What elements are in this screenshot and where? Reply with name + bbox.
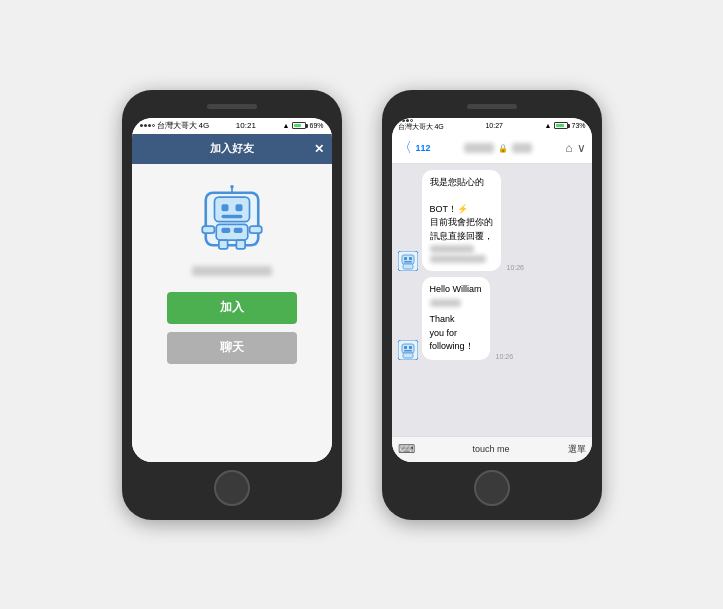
status-right: ▲ 69% bbox=[283, 122, 324, 129]
add-friend-body: 加入 聊天 bbox=[132, 164, 332, 462]
battery-fill-2 bbox=[556, 124, 563, 127]
status-right-2: ▲ 73% bbox=[545, 122, 586, 129]
robot-icon bbox=[197, 184, 267, 254]
battery-pct-2: 73% bbox=[571, 122, 585, 129]
chat-message-2: Hello William Thankyou forfollowing！ 10:… bbox=[398, 277, 586, 360]
svg-rect-25 bbox=[403, 353, 413, 358]
bot-name-blurred bbox=[192, 266, 272, 276]
battery-icon-2 bbox=[554, 122, 568, 129]
header-title: 加入好友 bbox=[210, 141, 254, 156]
home-button[interactable] bbox=[214, 470, 250, 506]
bot-avatar-2 bbox=[398, 340, 418, 360]
chat-input-bar: ⌨ touch me 選單 bbox=[392, 436, 592, 462]
input-placeholder[interactable]: touch me bbox=[419, 444, 564, 454]
status-bar-2: 台灣大哥大 4G 10:27 ▲ 73% bbox=[392, 118, 592, 134]
bubble-1-text: 我是您貼心的BOT！⚡目前我會把你的訊息直接回覆， bbox=[430, 176, 493, 244]
nav-avatar-blur bbox=[464, 143, 494, 153]
blur-line-2 bbox=[430, 255, 487, 263]
svg-rect-18 bbox=[404, 261, 412, 263]
svg-rect-17 bbox=[409, 257, 412, 260]
svg-rect-9 bbox=[233, 227, 242, 232]
battery-icon bbox=[292, 122, 306, 129]
battery-pct: 69% bbox=[309, 122, 323, 129]
svg-rect-24 bbox=[404, 350, 412, 352]
network-type: 4G bbox=[199, 121, 210, 130]
carrier-name-2: 台灣大哥大 bbox=[398, 123, 433, 130]
dot2 bbox=[402, 119, 405, 122]
svg-rect-7 bbox=[216, 224, 248, 240]
home-button-2[interactable] bbox=[474, 470, 510, 506]
chat-button-label: 聊天 bbox=[220, 339, 244, 356]
add-button[interactable]: 加入 bbox=[167, 292, 297, 324]
battery-fill bbox=[294, 124, 301, 127]
svg-rect-15 bbox=[402, 255, 414, 264]
svg-rect-11 bbox=[236, 240, 245, 249]
dot3 bbox=[406, 119, 409, 122]
status-bar-1: 台灣大哥大 4G 10:21 ▲ 69% bbox=[132, 118, 332, 134]
svg-rect-12 bbox=[202, 226, 214, 233]
nav-number: 112 bbox=[416, 143, 431, 153]
signal-arrow: ▲ bbox=[283, 122, 290, 129]
chat-button[interactable]: 聊天 bbox=[167, 332, 297, 364]
menu-button[interactable]: 選單 bbox=[568, 443, 586, 456]
blur-inline bbox=[430, 299, 461, 307]
carrier-info-2: 台灣大哥大 4G bbox=[398, 119, 444, 132]
chat-message-1: 我是您貼心的BOT！⚡目前我會把你的訊息直接回覆， 10:26 bbox=[398, 170, 586, 272]
signal-dots bbox=[140, 124, 155, 127]
phone-1: 台灣大哥大 4G 10:21 ▲ 69% 加入好友 ✕ bbox=[122, 90, 342, 520]
svg-rect-23 bbox=[409, 346, 412, 349]
dot2 bbox=[144, 124, 147, 127]
bot-avatar-1 bbox=[398, 251, 418, 271]
svg-rect-8 bbox=[221, 227, 230, 232]
nav-center: 🔒 bbox=[435, 143, 562, 153]
svg-rect-22 bbox=[404, 346, 407, 349]
add-button-label: 加入 bbox=[220, 299, 244, 316]
home-icon[interactable]: ⌂ bbox=[565, 141, 572, 155]
dot4 bbox=[152, 124, 155, 127]
svg-rect-13 bbox=[249, 226, 261, 233]
nav-right-icons: ⌂ ∨ bbox=[565, 141, 585, 155]
bubble-2-time: 10:26 bbox=[496, 353, 514, 360]
svg-rect-21 bbox=[402, 344, 414, 353]
wifi-icon: ▲ bbox=[545, 122, 552, 129]
chat-body: 我是您貼心的BOT！⚡目前我會把你的訊息直接回覆， 10:26 bbox=[392, 164, 592, 436]
back-button[interactable]: 〈 bbox=[398, 139, 412, 157]
svg-rect-2 bbox=[221, 204, 228, 211]
phone-1-screen: 台灣大哥大 4G 10:21 ▲ 69% 加入好友 ✕ bbox=[132, 118, 332, 462]
dot1 bbox=[140, 124, 143, 127]
svg-rect-3 bbox=[235, 204, 242, 211]
bubble-2-text: Hello William Thankyou forfollowing！ bbox=[430, 283, 482, 354]
chat-nav: 〈 112 🔒 ⌂ ∨ bbox=[392, 134, 592, 164]
bubble-2: Hello William Thankyou forfollowing！ bbox=[422, 277, 490, 360]
time-display: 10:21 bbox=[236, 121, 256, 130]
svg-rect-16 bbox=[404, 257, 407, 260]
dot1 bbox=[398, 119, 401, 122]
carrier-info: 台灣大哥大 4G bbox=[140, 120, 210, 131]
signal-dots-2 bbox=[398, 119, 444, 122]
bubble-1: 我是您貼心的BOT！⚡目前我會把你的訊息直接回覆， bbox=[422, 170, 501, 272]
dot3 bbox=[148, 124, 151, 127]
svg-rect-4 bbox=[221, 214, 242, 218]
nav-header: 加入好友 ✕ bbox=[132, 134, 332, 164]
blur-line-1 bbox=[430, 245, 474, 253]
svg-point-6 bbox=[230, 184, 234, 188]
time-display-2: 10:27 bbox=[485, 122, 503, 129]
bubble-1-time: 10:26 bbox=[507, 264, 525, 271]
lock-icon: 🔒 bbox=[498, 144, 508, 153]
chevron-down-icon[interactable]: ∨ bbox=[577, 141, 586, 155]
phone-2: 台灣大哥大 4G 10:27 ▲ 73% 〈 112 🔒 ⌂ bbox=[382, 90, 602, 520]
nav-name-blur bbox=[512, 143, 532, 153]
network-type-2: 4G bbox=[434, 123, 443, 130]
close-icon[interactable]: ✕ bbox=[314, 142, 324, 156]
phone-2-screen: 台灣大哥大 4G 10:27 ▲ 73% 〈 112 🔒 ⌂ bbox=[392, 118, 592, 462]
carrier-name: 台灣大哥大 bbox=[157, 120, 197, 131]
dot4 bbox=[410, 119, 413, 122]
svg-rect-19 bbox=[403, 264, 413, 269]
svg-rect-10 bbox=[218, 240, 227, 249]
keyboard-icon[interactable]: ⌨ bbox=[398, 442, 415, 456]
